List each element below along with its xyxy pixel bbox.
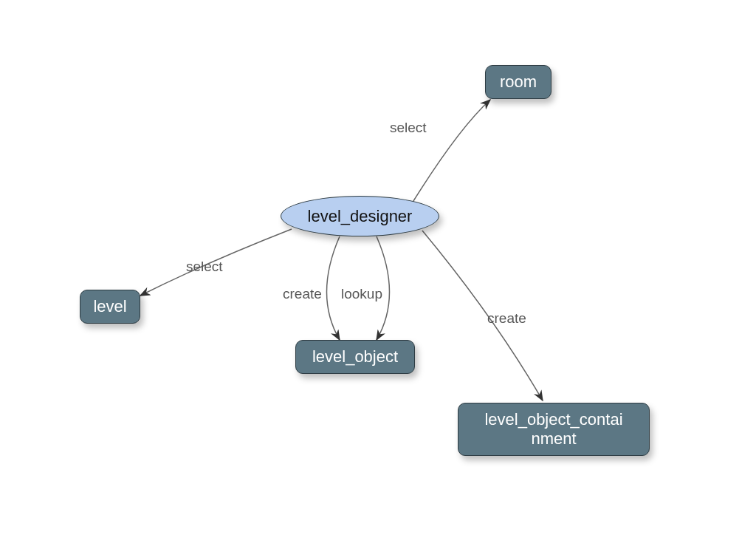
node-level-designer[interactable]: level_designer <box>281 196 439 236</box>
edge-label-select-level: select <box>186 259 223 275</box>
node-level-object-containment[interactable]: level_object_contai nment <box>458 403 650 456</box>
edge-designer-levelobject-create <box>327 236 340 340</box>
node-label: room <box>500 72 537 92</box>
node-label: level_designer <box>308 207 413 226</box>
node-level-object[interactable]: level_object <box>295 340 415 374</box>
edge-label-lookup-levelobject: lookup <box>341 286 382 302</box>
node-room[interactable]: room <box>485 65 551 99</box>
diagram-canvas: level_designer room level level_object l… <box>0 0 756 535</box>
edge-label-create-levelobject: create <box>283 286 322 302</box>
edge-designer-room <box>410 100 490 207</box>
node-level[interactable]: level <box>80 290 140 324</box>
node-label: level <box>93 297 126 316</box>
node-label: level_object_contai nment <box>484 410 622 449</box>
node-label: level_object <box>312 347 398 367</box>
edge-label-create-containment: create <box>487 310 526 327</box>
edge-label-select-room: select <box>390 120 427 136</box>
